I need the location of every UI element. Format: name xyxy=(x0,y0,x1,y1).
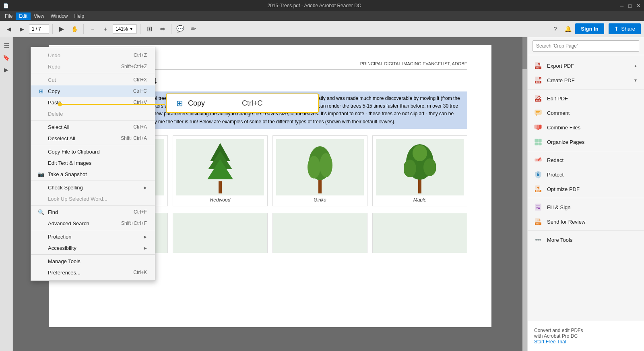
tool-item-optimize[interactable]: PDF Optimize PDF xyxy=(528,182,644,196)
menu-item-select-all[interactable]: Select All Ctrl+A xyxy=(31,121,155,133)
search-input[interactable] xyxy=(533,40,639,52)
combine-icon xyxy=(534,123,542,131)
find-icon: 🔍 xyxy=(37,208,45,216)
tree-image-maple xyxy=(376,139,464,195)
tool-item-create-pdf[interactable]: PDF + Create PDF ▼ xyxy=(528,73,644,87)
tool-item-redact[interactable]: Redact xyxy=(528,153,644,167)
menu-window[interactable]: Window xyxy=(47,12,71,20)
share-button[interactable]: ⬆ Share xyxy=(609,23,641,34)
export-pdf-svg: PDF xyxy=(534,62,542,70)
undo-label: Undo xyxy=(48,52,60,58)
minimize-button[interactable]: ─ xyxy=(620,3,623,9)
fill-sign-label: Fill & Sign xyxy=(547,204,571,210)
redact-icon xyxy=(534,156,542,164)
tool-item-edit-pdf[interactable]: PDF Edit PDF xyxy=(528,91,644,106)
menu-item-manage-tools[interactable]: Manage Tools xyxy=(31,255,155,267)
notification-button[interactable]: 🔔 xyxy=(562,23,574,35)
menu-item-redo[interactable]: Redo Shift+Ctrl+Z xyxy=(31,61,155,72)
maximize-button[interactable]: □ xyxy=(628,3,632,9)
tool-item-protect[interactable]: Protect xyxy=(528,167,644,182)
menu-section-tools1: Copy File to Clipboard Edit Text & Image… xyxy=(31,145,155,181)
undo-shortcut: Ctrl+Z xyxy=(134,52,147,58)
tree-image-ginko xyxy=(276,139,364,195)
menu-item-check-spelling[interactable]: Check Spelling ▶ xyxy=(31,182,155,193)
menu-file[interactable]: File xyxy=(2,12,16,20)
svg-point-54 xyxy=(535,239,537,241)
menu-item-find[interactable]: 🔍 Find Ctrl+F xyxy=(31,206,155,218)
menu-view[interactable]: View xyxy=(31,12,47,20)
bookmark-button[interactable]: 🔖 xyxy=(1,52,12,63)
zoom-dropdown-icon[interactable]: ▼ xyxy=(130,27,133,31)
toolbar-separator-3 xyxy=(140,24,140,34)
pdf-scrollbar-thumb[interactable] xyxy=(522,37,527,69)
protection-label: Protection xyxy=(48,234,72,240)
menu-item-advanced-search[interactable]: Advanced Search Shift+Ctrl+F xyxy=(31,218,155,229)
select-tool-button[interactable]: ▶ xyxy=(56,23,67,35)
menu-item-deselect-all[interactable]: Deselect All Shift+Ctrl+A xyxy=(31,133,155,144)
menu-item-lookup[interactable]: Look Up Selected Word... xyxy=(31,193,155,204)
organize-icon xyxy=(534,138,542,146)
menu-item-paste[interactable]: Paste Ctrl+V xyxy=(31,97,155,108)
close-button[interactable]: ✕ xyxy=(636,3,641,9)
tool-item-comment[interactable]: Comment xyxy=(528,106,644,120)
tool-item-more-tools[interactable]: More Tools xyxy=(528,233,644,247)
menu-item-snapshot[interactable]: 📷 Take a Snapshot xyxy=(31,168,155,180)
fit-width-button[interactable]: ⇔ xyxy=(157,23,168,35)
right-panel-header xyxy=(528,37,644,55)
sidebar-toggle-button[interactable]: ☰ xyxy=(1,40,12,51)
tree-cell-maple: Maple xyxy=(372,135,467,206)
sign-in-button[interactable]: Sign In xyxy=(575,23,604,34)
title-bar-controls: ─ □ ✕ xyxy=(620,3,641,9)
redact-svg xyxy=(534,156,542,164)
copy-file-icon xyxy=(37,148,45,155)
edit-text-icon xyxy=(37,159,45,166)
next-page-button[interactable]: ▶ xyxy=(16,23,27,35)
comment-svg xyxy=(534,109,542,117)
menu-item-edit-text[interactable]: Edit Text & Images xyxy=(31,157,155,168)
export-pdf-arrow-icon: ▲ xyxy=(634,64,638,68)
toolbar-separator-4 xyxy=(171,24,171,34)
menu-item-delete[interactable]: Delete xyxy=(31,108,155,119)
advanced-search-icon xyxy=(37,220,45,227)
zoom-in-button[interactable]: + xyxy=(100,23,111,35)
tool-item-combine[interactable]: Combine Files xyxy=(528,120,644,135)
menu-item-copy[interactable]: ⊞ Copy Ctrl+C xyxy=(31,85,155,97)
accessibility-label: Accessibility xyxy=(48,245,76,251)
tool-item-fill-sign[interactable]: Fill & Sign xyxy=(528,200,644,214)
tool-item-export-pdf[interactable]: PDF Export PDF ▲ xyxy=(528,58,644,73)
manage-tools-label: Manage Tools xyxy=(48,258,80,264)
menu-item-accessibility[interactable]: Accessibility ▶ xyxy=(31,242,155,253)
tool-item-send-review[interactable]: PDF Send for Review xyxy=(528,214,644,229)
menu-help[interactable]: Help xyxy=(71,12,88,20)
start-trial-link[interactable]: Start Free Trial xyxy=(534,339,566,345)
help-button[interactable]: ? xyxy=(549,23,561,35)
protect-icon xyxy=(534,170,542,179)
tool-divider-4 xyxy=(528,231,644,231)
menu-edit[interactable]: Edit xyxy=(16,12,31,20)
expand-button[interactable]: ▶ xyxy=(1,64,12,75)
fit-page-button[interactable]: ⊞ xyxy=(144,23,155,35)
create-pdf-svg: PDF + xyxy=(534,76,542,84)
combine-label: Combine Files xyxy=(547,125,580,131)
organize-label: Organize Pages xyxy=(547,139,584,145)
pdf-scrollbar[interactable] xyxy=(522,37,527,351)
tree-bottom-2 xyxy=(173,213,268,253)
menu-section-select: Select All Ctrl+A Deselect All Shift+Ctr… xyxy=(31,120,155,145)
tree-cell-redwood: Redwood xyxy=(173,135,268,206)
menu-item-undo[interactable]: Undo Ctrl+Z xyxy=(31,50,155,61)
comment-button[interactable]: 💬 xyxy=(175,23,186,35)
redo-icon xyxy=(37,63,45,70)
more-tools-svg xyxy=(534,236,542,244)
hand-tool-button[interactable]: ✋ xyxy=(69,23,80,35)
draw-button[interactable]: ✏ xyxy=(188,23,199,35)
menu-item-copy-file[interactable]: Copy File to Clipboard xyxy=(31,146,155,157)
svg-text:+: + xyxy=(539,77,541,79)
menu-item-protection[interactable]: Protection ▶ xyxy=(31,231,155,242)
total-pages: 7 xyxy=(38,26,41,32)
tool-item-organize[interactable]: Organize Pages xyxy=(528,135,644,149)
menu-item-cut[interactable]: Cut Ctrl+X xyxy=(31,74,155,85)
menu-item-preferences[interactable]: Preferences... Ctrl+K xyxy=(31,267,155,278)
prev-page-button[interactable]: ◀ xyxy=(3,23,14,35)
spell-label: Check Spelling xyxy=(48,185,83,191)
zoom-out-button[interactable]: − xyxy=(87,23,98,35)
